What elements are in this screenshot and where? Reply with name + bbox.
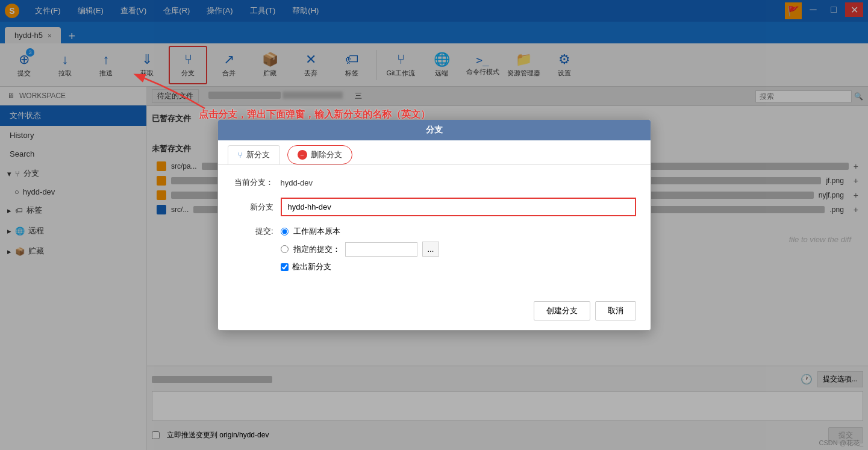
radio-specific-label: 指定的提交：	[293, 244, 340, 255]
modal-title: 分支	[218, 120, 651, 140]
radio-specific-commit: 指定的提交： ...	[281, 242, 440, 257]
browse-commit-button[interactable]: ...	[422, 242, 440, 257]
branch-tab-icon: ⑂	[238, 151, 243, 160]
radio-group: 工作副本原本 指定的提交： ... 检出新分支	[281, 226, 440, 272]
radio-working-label: 工作副本原本	[293, 226, 340, 237]
modal-body: 当前分支： hydd-dev 新分支 提交: 工作副本原本 指	[218, 165, 651, 294]
delete-branch-tab-label: 删除分支	[311, 149, 342, 160]
radio-working-copy: 工作副本原本	[281, 226, 440, 237]
create-branch-button[interactable]: 创建分支	[534, 301, 590, 320]
current-branch-value: hydd-dev	[281, 178, 313, 187]
radio-working-input[interactable]	[281, 228, 289, 236]
modal-footer: 创建分支 取消	[218, 294, 651, 330]
branch-modal: 分支 ⑂ 新分支 − 删除分支 当前分支： hydd-dev 新分支	[217, 119, 651, 331]
checkout-checkbox[interactable]	[281, 263, 289, 271]
commit-row: 提交: 工作副本原本 指定的提交： ... 检出新分支	[233, 226, 636, 272]
delete-icon: −	[298, 150, 307, 160]
checkout-label: 检出新分支	[292, 261, 331, 272]
cancel-modal-button[interactable]: 取消	[595, 301, 636, 320]
radio-specific-input[interactable]	[281, 245, 289, 253]
current-branch-label: 当前分支：	[233, 177, 281, 188]
new-branch-input[interactable]	[281, 198, 636, 216]
new-branch-label: 新分支	[233, 202, 281, 213]
commit-row-label: 提交:	[233, 226, 281, 237]
modal-tab-delete-branch[interactable]: − 删除分支	[287, 145, 352, 164]
modal-tabs: ⑂ 新分支 − 删除分支	[218, 140, 651, 165]
current-branch-row: 当前分支： hydd-dev	[233, 177, 636, 188]
modal-overlay: 分支 ⑂ 新分支 − 删除分支 当前分支： hydd-dev 新分支	[0, 0, 868, 450]
new-branch-tab-label: 新分支	[246, 149, 270, 160]
modal-tab-new-branch[interactable]: ⑂ 新分支	[228, 145, 280, 164]
new-branch-row: 新分支	[233, 198, 636, 216]
checkout-new-branch-row: 检出新分支	[281, 261, 440, 272]
specific-commit-input[interactable]	[345, 242, 417, 257]
